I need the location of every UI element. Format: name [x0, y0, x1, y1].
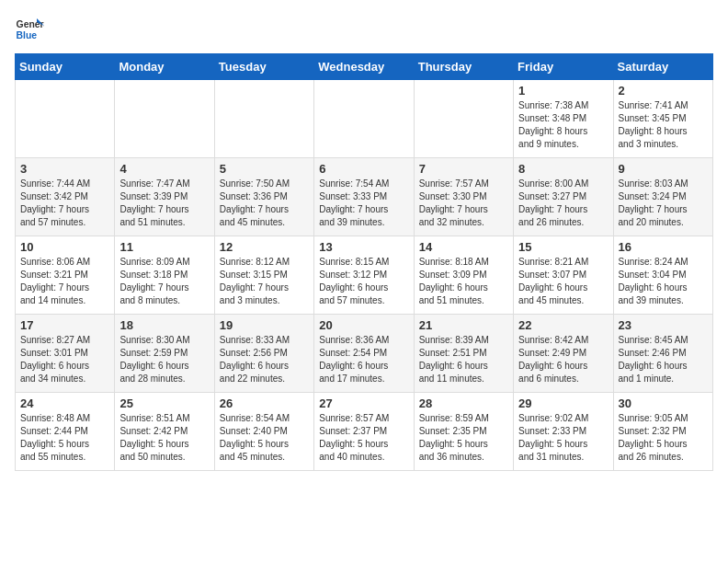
day-info: Sunrise: 8:39 AM Sunset: 2:51 PM Dayligh…	[419, 334, 508, 385]
calendar-cell	[214, 80, 313, 158]
day-number: 8	[518, 162, 608, 176]
calendar-cell: 13Sunrise: 8:15 AM Sunset: 3:12 PM Dayli…	[314, 236, 414, 315]
header-row: SundayMondayTuesdayWednesdayThursdayFrid…	[16, 54, 713, 80]
logo-icon: General Blue	[15, 15, 44, 44]
calendar-cell: 10Sunrise: 8:06 AM Sunset: 3:21 PM Dayli…	[16, 236, 115, 315]
day-info: Sunrise: 9:05 AM Sunset: 2:32 PM Dayligh…	[619, 412, 708, 464]
day-number: 9	[619, 162, 708, 176]
header-day: Wednesday	[314, 54, 414, 80]
header-day: Saturday	[613, 54, 712, 80]
calendar-week-row: 10Sunrise: 8:06 AM Sunset: 3:21 PM Dayli…	[16, 236, 713, 315]
day-info: Sunrise: 7:44 AM Sunset: 3:42 PM Dayligh…	[20, 178, 109, 229]
calendar-table: SundayMondayTuesdayWednesdayThursdayFrid…	[15, 53, 713, 471]
calendar-cell: 5Sunrise: 7:50 AM Sunset: 3:36 PM Daylig…	[214, 158, 313, 236]
day-info: Sunrise: 8:03 AM Sunset: 3:24 PM Dayligh…	[619, 178, 708, 229]
header-day: Tuesday	[214, 54, 313, 80]
day-number: 30	[619, 396, 708, 410]
calendar-week-row: 3Sunrise: 7:44 AM Sunset: 3:42 PM Daylig…	[16, 158, 713, 236]
day-info: Sunrise: 8:42 AM Sunset: 2:49 PM Dayligh…	[518, 334, 608, 385]
calendar-week-row: 24Sunrise: 8:48 AM Sunset: 2:44 PM Dayli…	[16, 393, 713, 471]
day-number: 21	[419, 318, 508, 332]
day-number: 7	[419, 162, 508, 176]
day-info: Sunrise: 8:15 AM Sunset: 3:12 PM Dayligh…	[319, 256, 408, 307]
day-number: 10	[20, 240, 109, 254]
day-number: 1	[518, 84, 608, 98]
day-number: 11	[119, 240, 209, 254]
day-info: Sunrise: 7:38 AM Sunset: 3:48 PM Dayligh…	[518, 99, 608, 151]
calendar-body: 1Sunrise: 7:38 AM Sunset: 3:48 PM Daylig…	[16, 80, 713, 471]
calendar-header: SundayMondayTuesdayWednesdayThursdayFrid…	[16, 54, 713, 80]
calendar-cell: 6Sunrise: 7:54 AM Sunset: 3:33 PM Daylig…	[314, 158, 414, 236]
day-number: 2	[619, 84, 708, 98]
day-number: 4	[119, 162, 209, 176]
calendar-cell: 4Sunrise: 7:47 AM Sunset: 3:39 PM Daylig…	[115, 158, 214, 236]
day-number: 28	[419, 396, 508, 410]
calendar-cell: 11Sunrise: 8:09 AM Sunset: 3:18 PM Dayli…	[115, 236, 214, 315]
calendar-cell: 3Sunrise: 7:44 AM Sunset: 3:42 PM Daylig…	[16, 158, 115, 236]
day-info: Sunrise: 8:45 AM Sunset: 2:46 PM Dayligh…	[619, 334, 708, 385]
day-info: Sunrise: 8:27 AM Sunset: 3:01 PM Dayligh…	[20, 334, 109, 385]
logo: General Blue	[15, 15, 44, 44]
calendar-cell	[16, 80, 115, 158]
header-day: Thursday	[414, 54, 513, 80]
calendar-cell	[414, 80, 513, 158]
day-number: 25	[119, 396, 209, 410]
day-number: 29	[518, 396, 608, 410]
calendar-cell: 19Sunrise: 8:33 AM Sunset: 2:56 PM Dayli…	[214, 315, 313, 393]
header-day: Monday	[115, 54, 214, 80]
calendar-cell: 27Sunrise: 8:57 AM Sunset: 2:37 PM Dayli…	[314, 393, 414, 471]
day-info: Sunrise: 8:54 AM Sunset: 2:40 PM Dayligh…	[220, 412, 309, 464]
day-number: 19	[220, 318, 309, 332]
day-number: 14	[419, 240, 508, 254]
calendar-cell: 1Sunrise: 7:38 AM Sunset: 3:48 PM Daylig…	[514, 80, 613, 158]
day-info: Sunrise: 7:50 AM Sunset: 3:36 PM Dayligh…	[220, 178, 309, 229]
calendar-cell	[314, 80, 414, 158]
svg-text:General: General	[17, 19, 44, 29]
day-number: 22	[518, 318, 608, 332]
calendar-week-row: 17Sunrise: 8:27 AM Sunset: 3:01 PM Dayli…	[16, 315, 713, 393]
day-number: 18	[119, 318, 209, 332]
calendar-cell: 9Sunrise: 8:03 AM Sunset: 3:24 PM Daylig…	[613, 158, 712, 236]
day-info: Sunrise: 8:33 AM Sunset: 2:56 PM Dayligh…	[220, 334, 309, 385]
calendar-cell: 30Sunrise: 9:05 AM Sunset: 2:32 PM Dayli…	[613, 393, 712, 471]
day-info: Sunrise: 8:09 AM Sunset: 3:18 PM Dayligh…	[119, 256, 209, 307]
svg-text:Blue: Blue	[17, 30, 38, 40]
day-info: Sunrise: 7:41 AM Sunset: 3:45 PM Dayligh…	[619, 99, 708, 151]
day-info: Sunrise: 7:47 AM Sunset: 3:39 PM Dayligh…	[119, 178, 209, 229]
calendar-cell: 16Sunrise: 8:24 AM Sunset: 3:04 PM Dayli…	[613, 236, 712, 315]
day-info: Sunrise: 8:30 AM Sunset: 2:59 PM Dayligh…	[119, 334, 209, 385]
header-day: Friday	[514, 54, 613, 80]
day-number: 15	[518, 240, 608, 254]
day-info: Sunrise: 8:06 AM Sunset: 3:21 PM Dayligh…	[20, 256, 109, 307]
day-info: Sunrise: 9:02 AM Sunset: 2:33 PM Dayligh…	[518, 412, 608, 464]
day-info: Sunrise: 8:59 AM Sunset: 2:35 PM Dayligh…	[419, 412, 508, 464]
day-info: Sunrise: 8:57 AM Sunset: 2:37 PM Dayligh…	[319, 412, 408, 464]
day-number: 13	[319, 240, 408, 254]
header: General Blue	[15, 15, 713, 44]
calendar-cell: 18Sunrise: 8:30 AM Sunset: 2:59 PM Dayli…	[115, 315, 214, 393]
day-number: 26	[220, 396, 309, 410]
calendar-cell: 8Sunrise: 8:00 AM Sunset: 3:27 PM Daylig…	[514, 158, 613, 236]
calendar-cell	[115, 80, 214, 158]
calendar-cell: 22Sunrise: 8:42 AM Sunset: 2:49 PM Dayli…	[514, 315, 613, 393]
day-info: Sunrise: 7:54 AM Sunset: 3:33 PM Dayligh…	[319, 178, 408, 229]
calendar-cell: 21Sunrise: 8:39 AM Sunset: 2:51 PM Dayli…	[414, 315, 513, 393]
calendar-cell: 17Sunrise: 8:27 AM Sunset: 3:01 PM Dayli…	[16, 315, 115, 393]
day-number: 6	[319, 162, 408, 176]
calendar-week-row: 1Sunrise: 7:38 AM Sunset: 3:48 PM Daylig…	[16, 80, 713, 158]
header-day: Sunday	[16, 54, 115, 80]
calendar-cell: 15Sunrise: 8:21 AM Sunset: 3:07 PM Dayli…	[514, 236, 613, 315]
calendar-cell: 24Sunrise: 8:48 AM Sunset: 2:44 PM Dayli…	[16, 393, 115, 471]
day-number: 16	[619, 240, 708, 254]
day-info: Sunrise: 8:36 AM Sunset: 2:54 PM Dayligh…	[319, 334, 408, 385]
calendar-cell: 12Sunrise: 8:12 AM Sunset: 3:15 PM Dayli…	[214, 236, 313, 315]
day-info: Sunrise: 8:12 AM Sunset: 3:15 PM Dayligh…	[220, 256, 309, 307]
day-number: 20	[319, 318, 408, 332]
day-info: Sunrise: 8:00 AM Sunset: 3:27 PM Dayligh…	[518, 178, 608, 229]
calendar-cell: 7Sunrise: 7:57 AM Sunset: 3:30 PM Daylig…	[414, 158, 513, 236]
calendar-cell: 26Sunrise: 8:54 AM Sunset: 2:40 PM Dayli…	[214, 393, 313, 471]
calendar-cell: 20Sunrise: 8:36 AM Sunset: 2:54 PM Dayli…	[314, 315, 414, 393]
day-info: Sunrise: 8:18 AM Sunset: 3:09 PM Dayligh…	[419, 256, 508, 307]
day-number: 3	[20, 162, 109, 176]
day-number: 12	[220, 240, 309, 254]
